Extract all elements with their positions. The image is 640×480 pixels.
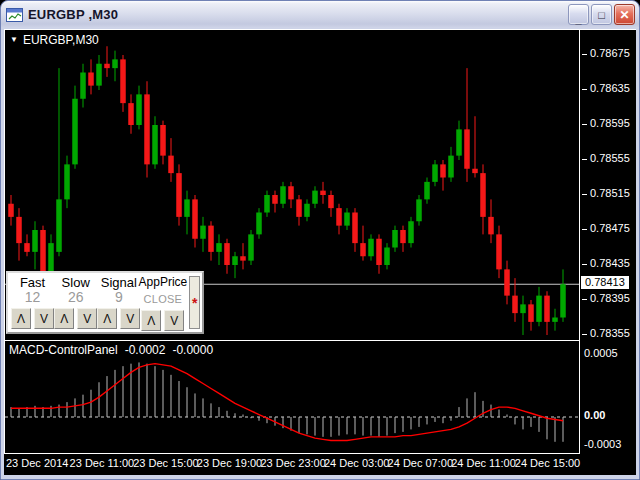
price-axis-label: 0.78475 [582, 222, 630, 234]
chart-symbol-label: ▼ EURGBP,M30 [10, 33, 99, 47]
candle-body [352, 213, 358, 244]
candle-body [400, 230, 406, 243]
price-axis-label: 0.78555 [582, 152, 630, 164]
candle-body [56, 199, 62, 252]
candle-body [560, 284, 566, 317]
price-axis-label: 0.78635 [582, 82, 630, 94]
slow-decrease-button[interactable]: V [77, 308, 97, 329]
macd-indicator-label: MACD-ControlPanel -0.0002 -0.0000 [9, 343, 213, 357]
signal-decrease-button[interactable]: V [120, 308, 140, 329]
time-axis-label: 24 Dec 15:00 [515, 457, 580, 469]
candle-body [304, 204, 310, 217]
appprice-value: CLOSE [143, 292, 182, 307]
slow-value: 26 [68, 290, 84, 305]
candle-body [336, 208, 342, 226]
macd-axis[interactable]: 0.00050.00-0.0003 [580, 340, 636, 454]
signal-label: Signal [101, 275, 137, 290]
candle-body [416, 199, 422, 221]
candle-body [48, 243, 54, 274]
candle-body [440, 164, 446, 177]
candle-body [40, 230, 46, 274]
price-axis-label: 0.78595 [582, 117, 630, 129]
macd-control-panel: Fast 12 Λ V Slow 26 Λ V [6, 271, 204, 334]
candle-body [384, 248, 390, 266]
candle-body [288, 186, 294, 199]
macd-signal-value: -0.0000 [172, 343, 213, 357]
candle-body [528, 304, 534, 322]
candle-body [248, 234, 254, 260]
candle-body [368, 239, 374, 257]
panel-col-appprice: AppPrice CLOSE Λ V [140, 274, 185, 331]
maximize-button[interactable]: □ [591, 4, 612, 25]
time-axis[interactable]: 23 Dec 201423 Dec 11:0023 Dec 15:0023 De… [4, 454, 636, 475]
candle-body [96, 64, 102, 86]
macd-subchart[interactable]: MACD-ControlPanel -0.0002 -0.0000 [4, 340, 580, 454]
macd-axis-label: -0.0003 [584, 438, 621, 450]
candle-body [128, 103, 134, 125]
candle-body [112, 59, 118, 68]
asterisk-icon: * [192, 295, 197, 311]
fast-increase-button[interactable]: Λ [11, 308, 31, 329]
macd-canvas [5, 341, 579, 453]
chart-window-icon [6, 8, 23, 22]
candle-body [464, 129, 470, 168]
candle-body [32, 230, 38, 252]
candle-body [184, 199, 190, 217]
macd-signal-line [11, 364, 563, 441]
candle-body [472, 169, 478, 173]
macd-name: MACD-ControlPanel [9, 343, 118, 357]
candle-body [144, 94, 150, 164]
candle-body [24, 243, 30, 252]
price-axis-label: 0.78435 [582, 257, 630, 269]
price-axis[interactable]: 0.786750.786350.785950.785550.785150.784… [580, 29, 636, 340]
candle-body [392, 230, 398, 248]
candle-body [448, 156, 454, 178]
candle-body [312, 191, 318, 204]
current-price-badge: 0.78413 [581, 276, 629, 289]
fast-label: Fast [20, 275, 45, 290]
close-button[interactable]: ✕ [614, 4, 635, 25]
maximize-icon: □ [598, 9, 605, 21]
candle-body [424, 182, 430, 200]
chevron-down-icon[interactable]: ▼ [10, 34, 18, 46]
title-bar[interactable]: EURGBP ,M30 _ □ ✕ [1, 1, 639, 28]
candle-body [224, 243, 230, 265]
candle-body [64, 164, 70, 199]
symbol-period-text: EURGBP,M30 [23, 33, 99, 47]
candle-body [136, 94, 142, 125]
time-axis-label: 24 Dec 03:00 [324, 457, 389, 469]
candle-body [176, 173, 182, 217]
time-axis-label: 24 Dec 07:00 [388, 457, 453, 469]
candle-body [264, 195, 270, 213]
candle-body [512, 296, 518, 314]
candle-body [328, 195, 334, 208]
chart-client-area: ▼ EURGBP,M30 Fast 12 Λ V Slow 26 [4, 29, 636, 475]
candle-body [104, 64, 110, 68]
candle-body [192, 199, 198, 238]
candle-body [360, 243, 366, 256]
time-axis-label: 23 Dec 15:00 [133, 457, 198, 469]
appprice-next-button[interactable]: Λ [141, 310, 161, 331]
minimize-button[interactable]: _ [568, 4, 589, 25]
candle-body [544, 296, 550, 322]
panel-collapse-handle[interactable]: * [189, 276, 200, 329]
candle-body [496, 234, 502, 269]
signal-increase-button[interactable]: Λ [97, 308, 117, 329]
chart-window: EURGBP ,M30 _ □ ✕ ▼ EURGBP,M30 Fast 12 Λ [0, 0, 640, 480]
candle-body [432, 164, 438, 182]
candlestick-chart[interactable]: ▼ EURGBP,M30 Fast 12 Λ V Slow 26 [4, 29, 580, 340]
candle-body [296, 199, 302, 217]
close-icon: ✕ [619, 8, 629, 22]
candle-body [520, 304, 526, 313]
time-axis-label: 23 Dec 11:00 [70, 457, 135, 469]
slow-label: Slow [62, 275, 90, 290]
appprice-prev-button[interactable]: V [164, 310, 184, 331]
minimize-icon: _ [575, 13, 581, 25]
candle-body [16, 217, 22, 243]
slow-increase-button[interactable]: Λ [54, 308, 74, 329]
panel-col-signal: Signal 9 Λ V [97, 274, 140, 331]
fast-decrease-button[interactable]: V [34, 308, 54, 329]
candle-body [504, 269, 510, 295]
candle-body [80, 73, 86, 99]
candle-body [320, 191, 326, 195]
